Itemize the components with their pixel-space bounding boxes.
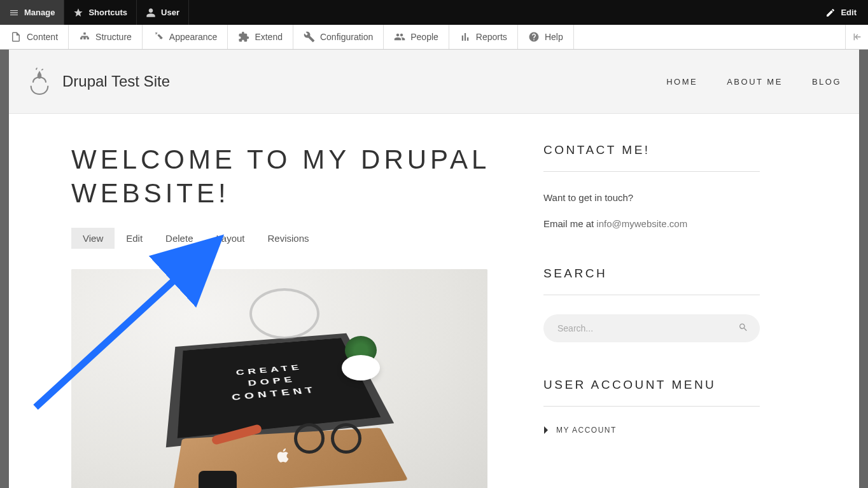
tab-view[interactable]: View xyxy=(71,228,115,249)
wrench-icon xyxy=(304,31,315,43)
nav-home[interactable]: HOME xyxy=(666,77,697,87)
svg-rect-0 xyxy=(84,32,86,34)
collapse-toolbar-button[interactable] xyxy=(845,25,868,49)
page-icon xyxy=(10,31,22,43)
account-title: USER ACCOUNT MENU xyxy=(543,378,760,407)
search-submit-button[interactable] xyxy=(738,323,748,335)
nav-blog[interactable]: BLOG xyxy=(812,77,841,87)
collapse-icon xyxy=(852,32,862,42)
site-container: Drupal Test Site HOME ABOUT ME BLOG WELC… xyxy=(9,50,859,488)
main-column: WELCOME TO MY DRUPAL WEBSITE! View Edit … xyxy=(9,143,505,488)
admin-people[interactable]: People xyxy=(384,25,449,49)
contact-title: CONTACT ME! xyxy=(543,143,760,172)
nav-about[interactable]: ABOUT ME xyxy=(727,77,783,87)
account-my-account[interactable]: MY ACCOUNT xyxy=(543,426,760,435)
admin-menu: Content Structure Appearance Extend Conf… xyxy=(0,25,868,50)
help-icon xyxy=(528,31,540,43)
user-button[interactable]: User xyxy=(137,0,189,25)
admin-structure-label: Structure xyxy=(95,32,132,42)
admin-extend-label: Extend xyxy=(255,32,283,42)
admin-configuration[interactable]: Configuration xyxy=(293,25,384,49)
site-title: Drupal Test Site xyxy=(62,73,170,90)
site-brand[interactable]: Drupal Test Site xyxy=(27,67,170,95)
widget-contact: CONTACT ME! Want to get in touch? Email … xyxy=(543,143,760,231)
people-icon xyxy=(394,31,405,43)
admin-content[interactable]: Content xyxy=(0,25,69,49)
admin-appearance-label: Appearance xyxy=(169,32,218,42)
toolbar-left: Manage Shortcuts User xyxy=(0,0,189,25)
search-input[interactable] xyxy=(543,314,760,342)
edit-label: Edit xyxy=(841,8,857,17)
tab-delete[interactable]: Delete xyxy=(154,228,204,249)
manage-label: Manage xyxy=(24,8,55,17)
admin-configuration-label: Configuration xyxy=(320,32,373,42)
widget-account: USER ACCOUNT MENU MY ACCOUNT xyxy=(543,378,760,435)
widget-search: SEARCH xyxy=(543,267,760,342)
manage-toggle[interactable]: Manage xyxy=(0,0,64,25)
admin-reports[interactable]: Reports xyxy=(449,25,518,49)
page-frame: Drupal Test Site HOME ABOUT ME BLOG WELC… xyxy=(0,50,868,488)
admin-help[interactable]: Help xyxy=(518,25,574,49)
search-icon xyxy=(738,323,748,333)
eyeglasses xyxy=(294,423,370,455)
tab-edit[interactable]: Edit xyxy=(115,228,154,249)
hero-image: CREATE DOPE CONTENT xyxy=(71,269,487,488)
admin-content-label: Content xyxy=(27,32,58,42)
star-icon xyxy=(73,8,83,18)
tab-revisions[interactable]: Revisions xyxy=(256,228,321,249)
shortcuts-label: Shortcuts xyxy=(88,8,127,17)
admin-help-label: Help xyxy=(545,32,563,42)
contact-line2: Email me at info@mywebsite.com xyxy=(543,217,760,232)
admin-people-label: People xyxy=(410,32,438,42)
admin-structure[interactable]: Structure xyxy=(69,25,143,49)
page-title: WELCOME TO MY DRUPAL WEBSITE! xyxy=(71,143,505,210)
user-icon xyxy=(146,8,156,18)
structure-icon xyxy=(79,31,90,43)
contact-email-link[interactable]: info@mywebsite.com xyxy=(596,218,687,229)
account-item-label: MY ACCOUNT xyxy=(556,426,617,435)
svg-rect-1 xyxy=(80,38,82,39)
sidebar: CONTACT ME! Want to get in touch? Email … xyxy=(543,143,785,488)
search-title: SEARCH xyxy=(543,267,760,295)
admin-appearance[interactable]: Appearance xyxy=(143,25,228,49)
chart-icon xyxy=(459,31,471,43)
apple-logo-icon xyxy=(275,447,291,466)
content-wrap: WELCOME TO MY DRUPAL WEBSITE! View Edit … xyxy=(9,114,859,488)
site-header: Drupal Test Site HOME ABOUT ME BLOG xyxy=(9,50,859,114)
pencil-icon xyxy=(825,8,836,18)
hamburger-icon xyxy=(9,8,19,18)
user-label: User xyxy=(161,8,179,17)
drupal-toolbar: Manage Shortcuts User Edit xyxy=(0,0,868,25)
site-nav: HOME ABOUT ME BLOG xyxy=(666,77,841,87)
site-logo-icon xyxy=(27,67,52,95)
shortcuts-button[interactable]: Shortcuts xyxy=(64,0,137,25)
wand-icon xyxy=(153,31,164,43)
contact-prefix: Email me at xyxy=(543,218,596,229)
admin-reports-label: Reports xyxy=(476,32,507,42)
admin-extend[interactable]: Extend xyxy=(228,25,293,49)
edit-toggle[interactable]: Edit xyxy=(814,0,868,25)
search-box xyxy=(543,314,760,342)
car-key xyxy=(199,471,237,488)
chevron-right-icon xyxy=(543,426,549,434)
tab-layout[interactable]: Layout xyxy=(204,228,256,249)
glass-cup xyxy=(249,288,319,339)
succulent-plant xyxy=(339,336,383,380)
svg-rect-3 xyxy=(87,38,89,39)
svg-rect-2 xyxy=(84,38,86,39)
local-tabs: View Edit Delete Layout Revisions xyxy=(71,228,505,249)
contact-line1: Want to get in touch? xyxy=(543,191,760,206)
puzzle-icon xyxy=(238,31,249,43)
